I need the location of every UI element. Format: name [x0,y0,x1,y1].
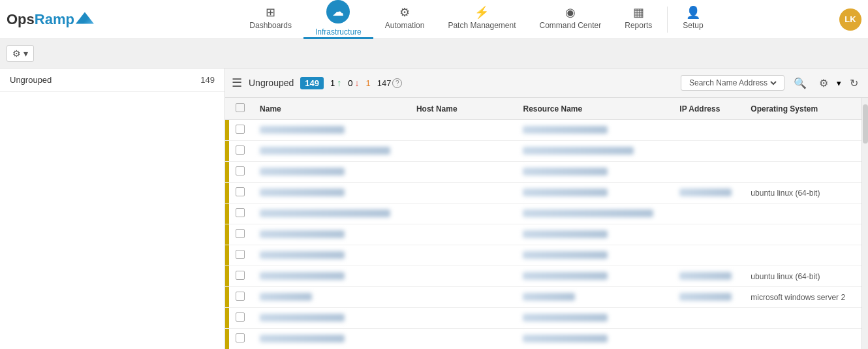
warning-count: 1 [365,78,370,88]
row-name [253,120,410,141]
table-row[interactable] [225,245,861,266]
row-checkbox[interactable] [236,145,245,155]
vertical-scrollbar[interactable] [861,98,868,349]
row-checkbox-cell[interactable] [229,162,253,183]
sub-header-left: ⚙ ▾ [7,45,34,62]
row-checkbox-cell[interactable] [229,329,253,350]
row-name [253,266,410,287]
row-checkbox[interactable] [236,208,245,217]
row-ip [673,308,744,329]
col-name[interactable]: Name [253,98,410,120]
command-center-icon: ◉ [565,7,576,18]
row-checkbox-cell[interactable] [229,266,253,287]
table-row[interactable] [225,141,861,162]
row-checkbox[interactable] [236,229,245,238]
table-row[interactable]: ubuntu linux (64-bit) [225,183,861,204]
table-row[interactable] [225,204,861,224]
down-count: 0 [348,78,352,88]
table-row[interactable]: ubuntu linux (64-bit) [225,266,861,287]
hamburger-icon[interactable]: ☰ [232,76,242,90]
row-checkbox-cell[interactable] [229,183,253,204]
refresh-button[interactable]: ↻ [846,76,861,91]
sidebar: Ungrouped 149 [0,68,225,349]
row-checkbox-cell[interactable] [229,141,253,162]
row-name [253,141,410,162]
row-resource [516,224,673,245]
avatar[interactable]: LK [839,8,861,31]
down-arrow-icon: ↓ [354,78,359,88]
row-name [253,287,410,308]
infrastructure-icon: ☁ [332,5,344,19]
row-ip [673,204,744,224]
v-scroll-thumb[interactable] [863,104,868,144]
table-row[interactable]: microsoft windows server 2 [225,287,861,308]
row-name [253,308,410,329]
row-hostname [410,183,517,204]
col-resource-name[interactable]: Resource Name [516,98,673,120]
table-header: Name Host Name Resource Name IP Address … [225,98,861,120]
row-os [744,224,861,245]
table-row[interactable] [225,120,861,141]
row-name [253,245,410,266]
row-checkbox[interactable] [236,166,245,175]
table-row[interactable] [225,162,861,183]
row-checkbox[interactable] [236,271,245,280]
row-checkbox-cell[interactable] [229,204,253,224]
up-arrow-icon: ↑ [337,78,341,88]
row-checkbox-cell[interactable] [229,308,253,329]
row-checkbox[interactable] [236,333,245,342]
sidebar-item-ungrouped[interactable]: Ungrouped 149 [0,68,225,92]
row-checkbox-cell[interactable] [229,224,253,245]
row-checkbox[interactable] [236,250,245,259]
row-checkbox[interactable] [236,292,245,301]
search-button[interactable]: 🔍 [791,77,809,89]
col-checkbox[interactable] [229,98,253,120]
row-name [253,329,410,350]
settings-button[interactable]: ⚙ ▾ [7,45,34,62]
main-area: Ungrouped 149 ☰ Ungrouped 149 1 ↑ 0 ↓ 1 … [0,68,868,349]
nav-item-command-center[interactable]: ◉ Command Center [528,0,613,39]
nav-item-infrastructure[interactable]: ☁ Infrastructure [303,0,373,39]
row-checkbox[interactable] [236,187,245,196]
table-row[interactable] [225,224,861,245]
search-box[interactable]: Search Name Address Search IP Address [681,75,784,91]
row-name [253,162,410,183]
settings-dropdown-icon: ▾ [837,78,841,88]
col-os[interactable]: Operating System [744,98,861,120]
nav-item-dashboards[interactable]: ⊞ Dashboards [238,0,303,39]
nav-item-patch-management[interactable]: ⚡ Patch Management [436,0,527,39]
row-hostname [410,329,517,350]
row-hostname [410,245,517,266]
row-os [744,162,861,183]
search-select[interactable]: Search Name Address Search IP Address [687,78,779,88]
nav-label-dashboards: Dashboards [249,21,292,30]
nav-item-reports[interactable]: ▦ Reports [613,0,664,39]
select-all-checkbox[interactable] [236,103,245,112]
row-os: microsoft windows server 2 [744,287,861,308]
settings-icon: ⚙ [12,48,21,59]
row-checkbox-cell[interactable] [229,120,253,141]
reports-icon: ▦ [633,7,644,18]
nav-label-automation: Automation [385,21,425,30]
row-checkbox[interactable] [236,125,245,134]
row-name [253,204,410,224]
table-row[interactable] [225,329,861,350]
logo[interactable]: OpsRamp [7,11,94,28]
row-os [744,308,861,329]
table-row[interactable] [225,308,861,329]
row-ip [673,141,744,162]
nav-item-setup[interactable]: 👤 Setup [671,0,715,39]
row-checkbox[interactable] [236,312,245,322]
row-checkbox-cell[interactable] [229,245,253,266]
column-settings-button[interactable]: ⚙ [816,76,831,91]
row-ip [673,120,744,141]
logo-ramp: Ramp [35,11,74,28]
row-ip [673,162,744,183]
row-ip [673,329,744,350]
sidebar-count: 149 [200,75,215,85]
row-checkbox-cell[interactable] [229,287,253,308]
col-hostname[interactable]: Host Name [410,98,517,120]
nav-item-automation[interactable]: ⚙ Automation [373,0,437,39]
setup-icon: 👤 [686,7,700,18]
col-ip[interactable]: IP Address [673,98,744,120]
